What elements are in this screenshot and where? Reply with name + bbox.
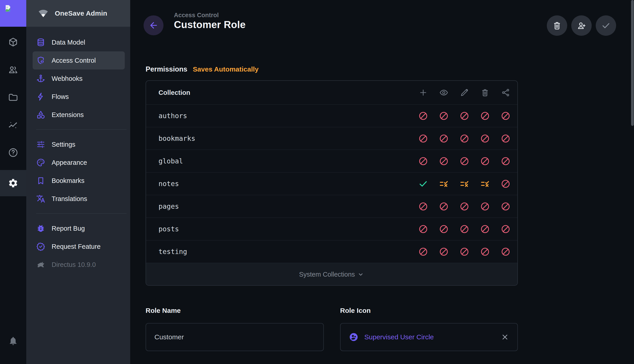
sidebar-divider	[36, 214, 126, 214]
authors-delete-permission[interactable]	[480, 111, 490, 121]
bookmarks-create-permission[interactable]	[418, 134, 428, 144]
permissions-table: Collection authorsbookmarksglobalnotespa…	[146, 80, 518, 286]
people-icon	[8, 64, 18, 75]
pages-share-permission[interactable]	[501, 202, 510, 212]
table-row-posts: posts	[146, 218, 518, 240]
sidebar-item-webhooks[interactable]: Webhooks	[32, 70, 125, 88]
saves-automatically-note: Saves Automatically	[193, 66, 258, 73]
role-name-field	[146, 323, 324, 351]
pages-create-permission[interactable]	[418, 202, 428, 212]
sidebar-item-report-bug[interactable]: Report Bug	[32, 219, 125, 238]
sidebar-item-label: Extensions	[52, 111, 84, 118]
authors-create-permission[interactable]	[418, 111, 428, 121]
system-collections-toggle[interactable]: System Collections	[146, 263, 518, 286]
header-actions	[547, 16, 616, 36]
delete-role-button[interactable]	[547, 16, 567, 36]
notes-update-permission[interactable]	[460, 179, 470, 189]
notes-delete-permission[interactable]	[480, 179, 490, 189]
save-button[interactable]	[596, 16, 616, 36]
posts-create-permission[interactable]	[418, 224, 428, 234]
invite-users-button[interactable]	[571, 16, 592, 36]
folder-icon	[8, 92, 18, 102]
table-row-global: global	[146, 150, 518, 172]
create-column-icon[interactable]	[418, 88, 428, 98]
rabbit-icon	[36, 260, 45, 269]
project-logo[interactable]	[0, 0, 26, 27]
bookmarks-update-permission[interactable]	[460, 134, 470, 144]
module-content[interactable]	[0, 29, 26, 55]
sidebar-item-bookmarks[interactable]: Bookmarks	[32, 172, 125, 190]
testing-delete-permission[interactable]	[480, 247, 490, 257]
project-title: OneSave Admin	[55, 10, 107, 17]
collection-name: bookmarks	[158, 134, 196, 142]
authors-share-permission[interactable]	[501, 111, 510, 121]
permissions-header-icons	[418, 88, 518, 98]
notes-read-permission[interactable]	[439, 179, 449, 189]
authors-read-permission[interactable]	[439, 111, 449, 121]
testing-share-permission[interactable]	[501, 247, 510, 257]
module-users[interactable]	[0, 56, 26, 83]
pages-delete-permission[interactable]	[480, 202, 490, 212]
global-share-permission[interactable]	[501, 156, 510, 166]
pages-read-permission[interactable]	[439, 202, 449, 212]
sidebar-item-label: Directus 10.9.0	[52, 261, 96, 268]
check-icon	[601, 21, 611, 30]
sidebar-item-appearance[interactable]: Appearance	[32, 154, 125, 172]
sidebar-item-access-control[interactable]: Access Control	[32, 52, 125, 70]
tune-icon	[36, 140, 45, 149]
collection-name: authors	[158, 112, 187, 120]
translate-icon	[36, 194, 45, 203]
sidebar-item-label: Settings	[52, 141, 76, 148]
permissions-table-header: Collection	[146, 81, 518, 104]
testing-read-permission[interactable]	[439, 247, 449, 257]
sidebar-item-directus-10-9-0[interactable]: Directus 10.9.0	[32, 256, 125, 274]
module-files[interactable]	[0, 84, 26, 110]
global-read-permission[interactable]	[439, 156, 449, 166]
module-settings[interactable]	[0, 170, 26, 196]
role-name-input[interactable]	[146, 324, 323, 351]
sidebar-item-extensions[interactable]: Extensions	[32, 106, 125, 124]
sidebar-item-data-model[interactable]: Data Model	[32, 33, 125, 52]
posts-delete-permission[interactable]	[480, 224, 490, 234]
delete-column-icon[interactable]	[480, 88, 490, 98]
back-button[interactable]	[144, 16, 164, 35]
database-icon	[36, 38, 45, 47]
module-insights[interactable]	[0, 112, 26, 138]
authors-update-permission[interactable]	[460, 111, 470, 121]
global-create-permission[interactable]	[418, 156, 428, 166]
scrollbar[interactable]	[631, 0, 634, 126]
bookmarks-delete-permission[interactable]	[480, 134, 490, 144]
sidebar-item-flows[interactable]: Flows	[32, 88, 125, 106]
posts-update-permission[interactable]	[460, 224, 470, 234]
breadcrumb[interactable]: Access Control	[174, 12, 219, 19]
testing-create-permission[interactable]	[418, 247, 428, 257]
read-column-icon[interactable]	[439, 88, 449, 98]
pages-update-permission[interactable]	[460, 202, 470, 212]
module-help[interactable]	[0, 140, 26, 166]
bookmarks-share-permission[interactable]	[501, 134, 510, 144]
notifications-button[interactable]	[0, 328, 26, 354]
project-header[interactable]: OneSave Admin	[26, 0, 130, 27]
posts-share-permission[interactable]	[501, 224, 510, 234]
global-delete-permission[interactable]	[480, 156, 490, 166]
clear-role-icon-button[interactable]	[501, 333, 509, 341]
sidebar-item-request-feature[interactable]: Request Feature	[32, 238, 125, 256]
sidebar-item-label: Flows	[52, 93, 69, 100]
global-update-permission[interactable]	[460, 156, 470, 166]
sidebar-item-translations[interactable]: Translations	[32, 190, 125, 208]
table-row-pages: pages	[146, 195, 518, 218]
update-column-icon[interactable]	[460, 88, 470, 98]
settings-sidebar: OneSave Admin Data ModelAccess ControlWe…	[26, 0, 130, 364]
person-add-icon	[577, 21, 586, 30]
module-bar-items	[0, 29, 26, 166]
collection-name: testing	[158, 248, 187, 256]
role-icon-field[interactable]: Supervised User Circle	[340, 323, 518, 351]
notes-create-permission[interactable]	[418, 179, 428, 189]
share-column-icon[interactable]	[501, 88, 510, 98]
posts-read-permission[interactable]	[439, 224, 449, 234]
sidebar-item-settings[interactable]: Settings	[32, 135, 125, 154]
bookmarks-read-permission[interactable]	[439, 134, 449, 144]
testing-update-permission[interactable]	[460, 247, 470, 257]
notes-share-permission[interactable]	[501, 179, 510, 189]
sidebar-item-label: Report Bug	[52, 225, 85, 232]
